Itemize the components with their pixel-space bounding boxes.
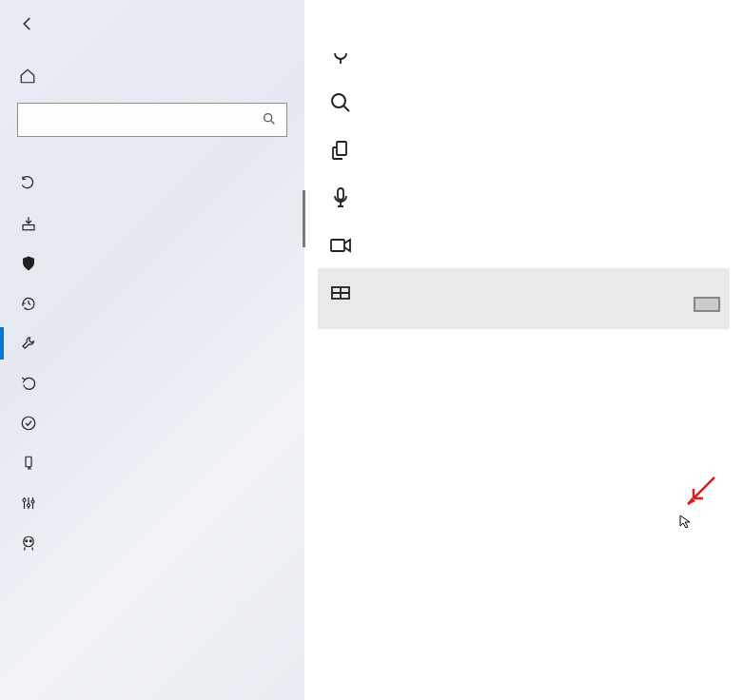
refresh-icon [19,175,38,192]
troubleshoot-item-search-indexing[interactable] [318,78,730,126]
sidebar-item-backup[interactable] [0,283,304,323]
svg-point-4 [23,499,26,502]
sidebar [0,0,304,700]
svg-point-2 [22,417,35,430]
sidebar-item-windows-insider[interactable] [0,523,304,563]
mic-speech-icon [327,185,354,209]
svg-rect-12 [338,188,343,200]
recovery-icon [19,375,38,392]
sidebar-item-windows-update[interactable] [0,164,304,204]
troubleshoot-item-speech[interactable] [318,173,730,221]
page-title [327,0,720,48]
shield-icon [19,255,38,272]
svg-point-7 [24,536,34,547]
sidebar-item-recovery[interactable] [0,363,304,403]
store-apps-icon [327,280,354,312]
cursor-icon [678,514,694,532]
svg-point-9 [29,540,31,542]
troubleshoot-item-windows-store-apps[interactable] [318,268,730,329]
sidebar-item-windows-security[interactable] [0,243,304,283]
sidebar-home[interactable] [17,62,287,103]
search-input[interactable] [28,111,262,129]
svg-point-5 [28,504,30,507]
check-circle-icon [19,415,38,432]
troubleshoot-item-video-playback[interactable] [318,221,730,268]
run-troubleshooter-button[interactable] [694,297,720,312]
home-icon [19,68,36,88]
search-input-wrap[interactable] [17,103,287,137]
location-icon [19,455,38,472]
svg-point-10 [332,94,345,107]
search-large-icon [327,89,354,114]
troubleshooter-list [327,42,720,329]
sidebar-item-delivery-optimization[interactable] [0,204,304,243]
svg-rect-11 [337,142,346,155]
sidebar-topbar [17,11,287,62]
svg-rect-13 [331,240,344,251]
troubleshoot-item-shared-folders[interactable] [318,126,730,173]
microphone-icon [327,42,354,67]
search-icon [262,111,277,129]
sidebar-nav [0,164,304,563]
troubleshoot-item-recording-audio[interactable] [318,42,730,78]
shared-folder-icon [327,137,354,162]
svg-rect-1 [23,225,34,230]
history-icon [19,295,38,312]
insider-icon [19,535,38,552]
tools-icon [19,335,38,352]
sidebar-item-troubleshoot[interactable] [0,323,304,363]
svg-point-8 [26,540,28,542]
main-panel [304,0,743,700]
scrollbar-thumb[interactable] [303,190,305,247]
sliders-icon [19,495,38,512]
svg-point-0 [264,113,272,121]
svg-point-6 [31,500,34,503]
sidebar-item-for-developers[interactable] [0,483,304,523]
annotation-arrow-icon [686,474,718,506]
sidebar-item-activation[interactable] [0,403,304,443]
video-icon [327,232,354,257]
back-icon[interactable] [19,15,36,35]
download-icon [19,215,38,232]
sidebar-item-find-my-device[interactable] [0,443,304,483]
svg-marker-15 [688,497,695,505]
svg-rect-3 [26,457,31,467]
